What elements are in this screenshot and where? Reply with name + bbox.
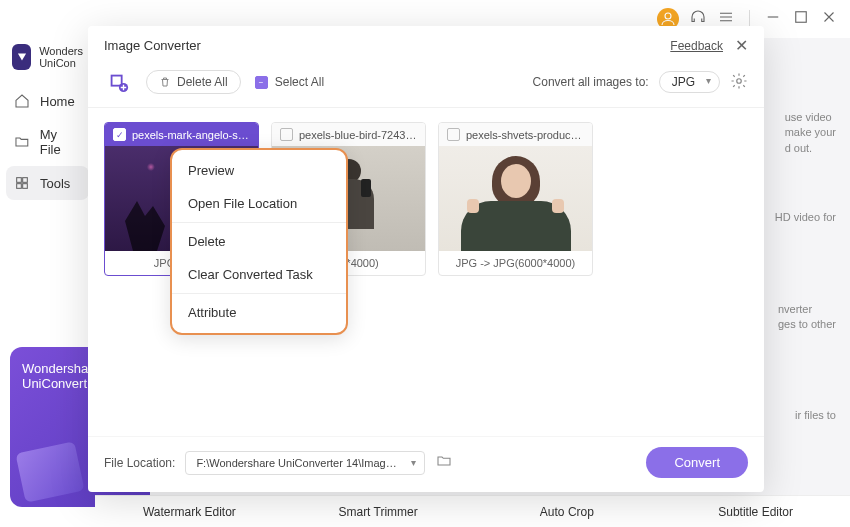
home-icon: [14, 93, 30, 109]
svg-rect-4: [17, 184, 22, 189]
ctx-separator: [172, 293, 346, 294]
checkbox-label: Select All: [275, 75, 324, 89]
brand-text: Wonders UniCon: [39, 45, 83, 69]
tool-subtitle[interactable]: Subtitle Editor: [661, 495, 850, 527]
modal-close-icon[interactable]: ✕: [735, 36, 748, 55]
modal-footer: File Location: F:\Wondershare UniConvert…: [88, 436, 764, 492]
svg-rect-6: [113, 77, 121, 85]
ctx-label: Delete: [188, 234, 226, 249]
minimize-icon[interactable]: [764, 8, 782, 30]
button-label: Delete All: [177, 75, 228, 89]
add-image-button[interactable]: [104, 69, 132, 95]
ctx-preview[interactable]: Preview: [172, 154, 346, 187]
tool-trimmer[interactable]: Smart Trimmer: [284, 495, 473, 527]
path-value: F:\Wondershare UniConverter 14\Image Out…: [196, 457, 425, 469]
card-header: pexels-mark-angelo-sam...: [105, 123, 258, 146]
select-value: JPG: [672, 75, 695, 89]
file-location-select[interactable]: F:\Wondershare UniConverter 14\Image Out…: [185, 451, 425, 475]
modal-title: Image Converter: [104, 38, 201, 53]
ctx-label: Preview: [188, 163, 234, 178]
format-select[interactable]: JPG: [659, 71, 720, 93]
ctx-separator: [172, 222, 346, 223]
folder-icon: [14, 134, 30, 150]
sidebar-label: Home: [40, 94, 75, 109]
image-card[interactable]: pexels-shvets-production... JPG -> JPG(6…: [438, 122, 593, 276]
close-icon[interactable]: [820, 8, 838, 30]
ctx-attribute[interactable]: Attribute: [172, 296, 346, 329]
svg-point-8: [737, 78, 742, 83]
ctx-label: Attribute: [188, 305, 236, 320]
maximize-icon[interactable]: [792, 8, 810, 30]
card-checkbox[interactable]: [113, 128, 126, 141]
tool-label: Auto Crop: [540, 505, 594, 519]
card-header: pexels-blue-bird-7243156...: [272, 123, 425, 146]
select-all-checkbox[interactable]: − Select All: [255, 75, 324, 89]
card-filename: pexels-blue-bird-7243156...: [299, 129, 417, 141]
open-folder-icon[interactable]: [435, 453, 453, 473]
modal-header: Image Converter Feedback ✕: [88, 26, 764, 63]
trash-icon: [159, 76, 171, 88]
brand-line1: Wonders: [39, 45, 83, 57]
card-filename: pexels-shvets-production...: [466, 129, 584, 141]
svg-rect-2: [17, 178, 22, 183]
svg-rect-1: [796, 12, 807, 23]
file-location-label: File Location:: [104, 456, 175, 470]
tool-label: Smart Trimmer: [338, 505, 417, 519]
button-label: Convert: [674, 455, 720, 470]
convert-to-label: Convert all images to:: [533, 75, 649, 89]
svg-rect-3: [23, 178, 28, 183]
checkbox-icon: −: [255, 76, 268, 89]
delete-all-button[interactable]: Delete All: [146, 70, 241, 94]
card-checkbox[interactable]: [280, 128, 293, 141]
tool-label: Watermark Editor: [143, 505, 236, 519]
card-checkbox[interactable]: [447, 128, 460, 141]
context-menu: Preview Open File Location Delete Clear …: [170, 148, 348, 335]
convert-button[interactable]: Convert: [646, 447, 748, 478]
sidebar-item-myfiles[interactable]: My File: [0, 118, 95, 166]
promo-decoration: [15, 441, 84, 502]
card-thumbnail: [439, 146, 592, 251]
tool-label: Subtitle Editor: [718, 505, 793, 519]
brand-logo-icon: [12, 44, 31, 70]
sidebar-label: My File: [40, 127, 81, 157]
brand-line2: UniCon: [39, 57, 83, 69]
bg-text: nverter ges to other: [778, 302, 836, 333]
tools-row: Watermark Editor Smart Trimmer Auto Crop…: [95, 495, 850, 527]
svg-rect-5: [23, 184, 28, 189]
feedback-link[interactable]: Feedback: [670, 39, 723, 53]
brand: Wonders UniCon: [0, 44, 95, 84]
ctx-clear[interactable]: Clear Converted Task: [172, 258, 346, 291]
tools-icon: [14, 175, 30, 191]
ctx-label: Open File Location: [188, 196, 297, 211]
ctx-delete[interactable]: Delete: [172, 225, 346, 258]
bg-text: ir files to: [795, 408, 836, 423]
svg-point-0: [665, 13, 671, 19]
modal-toolbar: Delete All − Select All Convert all imag…: [88, 63, 764, 108]
bg-text: use video make your d out.: [785, 110, 836, 156]
settings-icon[interactable]: [730, 72, 748, 93]
bg-text: HD video for: [775, 210, 836, 225]
sidebar-item-tools[interactable]: Tools: [6, 166, 89, 200]
ctx-label: Clear Converted Task: [188, 267, 313, 282]
card-filename: pexels-mark-angelo-sam...: [132, 129, 250, 141]
sidebar-item-home[interactable]: Home: [0, 84, 95, 118]
sidebar-label: Tools: [40, 176, 70, 191]
ctx-open-location[interactable]: Open File Location: [172, 187, 346, 220]
tool-autocrop[interactable]: Auto Crop: [473, 495, 662, 527]
tool-watermark[interactable]: Watermark Editor: [95, 495, 284, 527]
card-header: pexels-shvets-production...: [439, 123, 592, 146]
card-format-info: JPG -> JPG(6000*4000): [439, 251, 592, 275]
